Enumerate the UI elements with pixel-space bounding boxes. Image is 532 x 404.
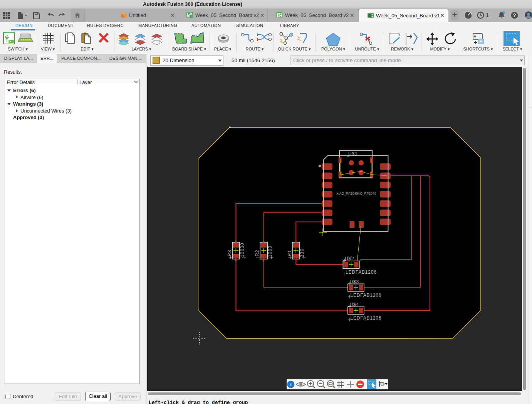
svg-text:R1: R1 [287, 250, 292, 256]
svg-text:LEDFAB1206: LEDFAB1206 [346, 269, 377, 275]
svg-text:U$3: U$3 [350, 279, 359, 284]
svg-text:U$2: U$2 [345, 256, 354, 261]
svg-text:LEDFAB1206: LEDFAB1206 [351, 315, 382, 321]
svg-text:i: i [290, 382, 292, 387]
svg-text:U$1: U$1 [348, 151, 357, 157]
svg-text:R2: R2 [255, 250, 260, 256]
svg-text:U$4: U$4 [350, 302, 359, 307]
svg-text:?: ? [513, 12, 516, 18]
svg-text:LEDFAB1206: LEDFAB1206 [351, 293, 382, 298]
svg-text:XIAO_RP2040: XIAO_RP2040 [355, 192, 376, 195]
svg-text:10000: 10000 [240, 243, 245, 257]
svg-text:1000: 1000 [267, 246, 273, 257]
svg-text:R3: R3 [227, 250, 232, 256]
